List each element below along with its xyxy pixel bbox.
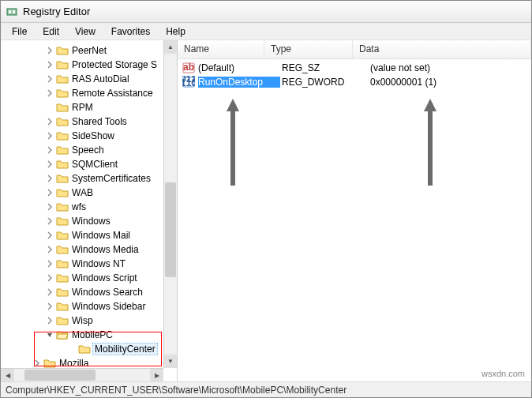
expand-icon[interactable] xyxy=(45,245,54,254)
folder-icon xyxy=(56,229,69,242)
expand-icon[interactable] xyxy=(45,60,54,69)
tree-item[interactable]: MobilityCenter xyxy=(1,342,177,356)
tree-item-label: Remote Assistance xyxy=(70,88,155,99)
expand-icon[interactable] xyxy=(45,273,54,283)
tree-item[interactable]: PeerNet xyxy=(1,43,177,58)
menu-view[interactable]: View xyxy=(67,24,103,39)
expand-icon[interactable] xyxy=(45,74,54,84)
tree-item[interactable]: RPM xyxy=(1,100,177,115)
expand-icon[interactable] xyxy=(45,131,54,141)
expand-icon[interactable] xyxy=(45,316,54,325)
expand-icon[interactable] xyxy=(45,117,54,126)
tree-item-label: Speech xyxy=(70,145,106,156)
folder-icon xyxy=(56,257,69,270)
folder-icon xyxy=(56,300,69,313)
scrollbar-thumb[interactable] xyxy=(165,182,176,277)
tree-item[interactable]: Shared Tools xyxy=(1,115,177,129)
folder-icon xyxy=(56,130,69,142)
expand-icon[interactable] xyxy=(45,302,54,311)
svg-rect-0 xyxy=(7,9,17,15)
tree-item-label: Shared Tools xyxy=(70,116,129,127)
tree-item-label: MobilePC xyxy=(70,329,114,340)
expand-icon[interactable] xyxy=(32,359,42,368)
scroll-right-arrow-icon[interactable]: ▶ xyxy=(150,369,163,381)
tree-item[interactable]: WAB xyxy=(1,186,177,200)
tree-item[interactable]: SQMClient xyxy=(1,157,177,171)
menu-edit[interactable]: Edit xyxy=(35,24,67,39)
expand-icon[interactable] xyxy=(45,46,54,55)
svg-text:110: 110 xyxy=(182,77,195,88)
list-panel: Name Type Data ab(Default)REG_SZ(value n… xyxy=(178,40,531,381)
list-row[interactable]: 011110RunOnDesktopREG_DWORD0x00000001 (1… xyxy=(178,75,531,89)
tree-item[interactable]: Wisp xyxy=(1,314,177,328)
expand-icon[interactable] xyxy=(45,259,54,268)
folder-icon xyxy=(56,115,69,128)
tree-view[interactable]: PeerNetProtected Storage SRAS AutoDialRe… xyxy=(1,40,177,381)
folder-icon xyxy=(56,144,69,156)
tree-item[interactable]: Windows NT xyxy=(1,257,177,271)
menu-help[interactable]: Help xyxy=(158,24,193,39)
tree-item[interactable]: Speech xyxy=(1,143,177,157)
expand-icon[interactable] xyxy=(45,174,54,183)
expand-icon[interactable] xyxy=(45,216,54,226)
expand-icon[interactable] xyxy=(45,145,54,155)
expander-spacer xyxy=(67,344,77,354)
expand-icon[interactable] xyxy=(45,287,54,297)
column-header-data[interactable]: Data xyxy=(353,40,531,58)
tree-item[interactable]: RAS AutoDial xyxy=(1,72,177,86)
scrollbar-thumb[interactable] xyxy=(24,370,96,381)
list-row[interactable]: ab(Default)REG_SZ(value not set) xyxy=(178,61,531,75)
tree-item-label: WAB xyxy=(70,187,95,198)
scroll-up-arrow-icon[interactable]: ▲ xyxy=(164,40,177,54)
annotation-arrow-icon xyxy=(422,99,438,186)
tree-item[interactable]: MobilePC xyxy=(1,328,177,342)
tree-item-label: Mozilla xyxy=(58,358,90,369)
tree-item-label: PeerNet xyxy=(70,45,108,56)
list-view[interactable]: ab(Default)REG_SZ(value not set)011110Ru… xyxy=(178,59,531,381)
expand-icon[interactable] xyxy=(45,202,54,212)
folder-icon xyxy=(56,243,69,256)
tree-horizontal-scrollbar[interactable]: ◀ ▶ xyxy=(1,368,163,381)
cell-data: 0x00000001 (1) xyxy=(369,77,531,88)
tree-item[interactable]: Windows Search xyxy=(1,285,177,299)
folder-icon xyxy=(56,44,69,57)
expand-icon[interactable] xyxy=(45,231,54,240)
folder-icon xyxy=(56,158,69,171)
scroll-left-arrow-icon[interactable]: ◀ xyxy=(1,369,14,381)
folder-icon xyxy=(56,186,69,199)
tree-item[interactable]: Remote Assistance xyxy=(1,86,177,100)
column-header-type[interactable]: Type xyxy=(264,40,353,58)
menu-favorites[interactable]: Favorites xyxy=(103,24,158,39)
folder-icon xyxy=(56,215,69,227)
folder-icon xyxy=(56,73,69,85)
tree-item-label: Windows Search xyxy=(70,287,144,298)
tree-item-label: Windows Mail xyxy=(70,230,132,241)
statusbar: Computer\HKEY_CURRENT_USER\Software\Micr… xyxy=(1,381,531,397)
annotation-arrow-icon xyxy=(225,99,241,186)
status-path: Computer\HKEY_CURRENT_USER\Software\Micr… xyxy=(6,385,347,396)
tree-item[interactable]: Windows xyxy=(1,214,177,228)
expand-icon[interactable] xyxy=(45,160,54,169)
tree-item-label: Windows xyxy=(70,216,112,227)
folder-icon xyxy=(56,329,69,341)
column-header-name[interactable]: Name xyxy=(178,40,264,58)
tree-item[interactable]: Windows Mail xyxy=(1,228,177,242)
watermark: wsxdn.com xyxy=(481,369,525,378)
tree-item[interactable]: SystemCertificates xyxy=(1,171,177,186)
svg-rect-1 xyxy=(9,10,11,13)
scroll-down-arrow-icon[interactable]: ▼ xyxy=(164,355,177,368)
expand-icon[interactable] xyxy=(45,188,54,197)
tree-vertical-scrollbar[interactable]: ▲ ▼ xyxy=(163,40,177,368)
menu-file[interactable]: File xyxy=(4,24,35,39)
folder-icon xyxy=(56,172,69,185)
tree-item[interactable]: SideShow xyxy=(1,129,177,143)
collapse-icon[interactable] xyxy=(45,330,54,340)
tree-item[interactable]: Windows Sidebar xyxy=(1,299,177,314)
tree-item[interactable]: wfs xyxy=(1,200,177,214)
tree-item[interactable]: Protected Storage S xyxy=(1,58,177,72)
tree-item[interactable]: Windows Media xyxy=(1,242,177,257)
expand-icon[interactable] xyxy=(45,88,54,98)
folder-icon xyxy=(78,343,91,355)
tree-item[interactable]: Windows Script xyxy=(1,271,177,285)
tree-item-label: Wisp xyxy=(70,315,95,326)
